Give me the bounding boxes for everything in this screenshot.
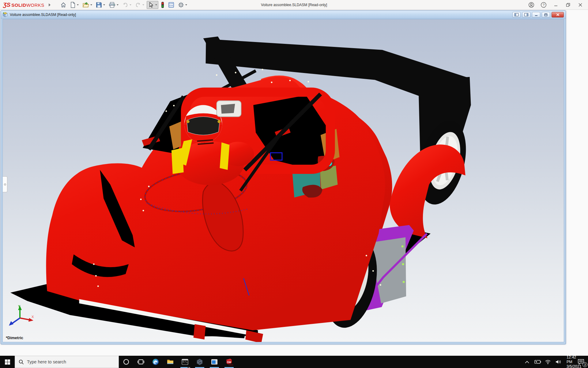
- document-window: Voiture assomblee.SLDASM [Read-only]: [1, 10, 566, 344]
- redo-button[interactable]: [134, 1, 145, 9]
- hexagon-app-icon: [196, 358, 203, 366]
- file-properties-button[interactable]: [167, 1, 175, 9]
- splitter-knob-icon: [4, 183, 6, 186]
- restore-icon: [566, 3, 570, 7]
- app-title-bar: ƷS SOLID WORKS: [0, 0, 588, 10]
- save-dropdown[interactable]: [103, 4, 105, 6]
- document-title-bar[interactable]: Voiture assomblee.SLDASM [Read-only]: [1, 11, 566, 19]
- battery-charging-icon: [534, 360, 541, 364]
- battery-button[interactable]: [532, 356, 543, 368]
- home-icon: [60, 2, 66, 8]
- new-document-dropdown[interactable]: [77, 4, 79, 6]
- windows-logo-icon: [5, 359, 10, 365]
- open-button[interactable]: [81, 1, 93, 9]
- undo-dropdown[interactable]: [130, 4, 131, 6]
- document-title: Voiture assomblee.SLDASM [Read-only]: [10, 13, 76, 17]
- app-title: Voiture assomblee.SLDASM [Read-only]: [261, 3, 327, 7]
- solidworks-2021-icon: SW 2021: [225, 358, 233, 366]
- triad-y-label: Y: [18, 305, 21, 308]
- doc-minimize-icon: [535, 13, 538, 16]
- svg-text:?: ?: [543, 3, 545, 7]
- save-button[interactable]: [95, 1, 106, 9]
- graphics-viewport[interactable]: Y X *Dimetric: [2, 19, 564, 342]
- wifi-button[interactable]: [543, 356, 553, 368]
- restore-button[interactable]: [563, 1, 573, 9]
- minimize-icon: [554, 3, 558, 7]
- cortana-icon: [123, 358, 130, 365]
- task-view-icon: [138, 358, 144, 365]
- sw-icon-year: 2021: [228, 364, 233, 366]
- 3d-model-voiture[interactable]: [3, 19, 564, 342]
- assembly-icon: [2, 12, 8, 17]
- select-arrow-icon: [148, 2, 154, 8]
- doc-close-button[interactable]: [552, 12, 564, 17]
- open-icon: [82, 2, 89, 8]
- view-orientation-label: *Dimetric: [6, 335, 23, 340]
- save-icon: [96, 2, 102, 8]
- interference-lights-button[interactable]: [160, 1, 166, 9]
- open-dropdown[interactable]: [90, 4, 92, 6]
- print-dropdown[interactable]: [117, 4, 119, 6]
- menu-flyout-arrow[interactable]: [49, 3, 51, 6]
- doc-restore-button[interactable]: [542, 12, 550, 17]
- pane-right-button[interactable]: [522, 12, 530, 17]
- feature-manager-collapsed-tab[interactable]: [3, 176, 7, 192]
- help-icon: ?: [541, 2, 547, 8]
- mdi-workspace: Voiture assomblee.SLDASM [Read-only]: [0, 10, 588, 356]
- search-icon: [19, 359, 24, 365]
- taskbar-app-solidworks[interactable]: SW 2021: [222, 356, 236, 368]
- hidden-icons-button[interactable]: [522, 356, 532, 368]
- cmd-glyph: C:\_: [183, 361, 188, 363]
- taskbar-app-edge[interactable]: [148, 356, 163, 368]
- close-button[interactable]: [575, 1, 586, 9]
- traffic-light-icon: [161, 2, 164, 8]
- taskbar-app-command-prompt[interactable]: C:\_: [178, 356, 192, 368]
- new-document-icon: [70, 2, 76, 8]
- taskbar-app-file-explorer[interactable]: [163, 356, 178, 368]
- account-button[interactable]: [526, 1, 537, 9]
- options-dropdown[interactable]: [185, 4, 187, 6]
- doc-restore-icon: [544, 13, 548, 16]
- pane-left-button[interactable]: [512, 12, 521, 17]
- sw-icon-text: SW: [227, 361, 232, 364]
- search-input[interactable]: [27, 359, 110, 364]
- gear-icon: [178, 2, 184, 8]
- rear-view-mirror: [217, 101, 241, 117]
- blue-window-app-icon: [211, 358, 218, 366]
- minimize-button[interactable]: [551, 1, 561, 9]
- redo-icon: [135, 2, 141, 8]
- solidworks-logo-glyph: ƷS: [3, 2, 10, 8]
- speaker-icon: [555, 359, 561, 364]
- print-icon: [109, 2, 115, 8]
- quick-access-toolbar: [59, 1, 188, 9]
- wifi-icon: [545, 359, 551, 364]
- action-center-button[interactable]: 3: [574, 356, 588, 368]
- file-properties-icon: [168, 2, 174, 8]
- pane-right-icon: [524, 13, 528, 16]
- doc-minimize-button[interactable]: [532, 12, 540, 17]
- taskbar-clock[interactable]: 12:42 PM 3/5/2021: [564, 356, 574, 368]
- taskbar-app-hexagon[interactable]: [192, 356, 207, 368]
- triad-x-label: X: [32, 315, 34, 319]
- home-button[interactable]: [59, 1, 68, 9]
- options-button[interactable]: [177, 1, 188, 9]
- file-explorer-icon: [167, 358, 174, 366]
- select-button[interactable]: [147, 1, 158, 9]
- print-button[interactable]: [107, 1, 120, 9]
- undo-button[interactable]: [121, 1, 133, 9]
- taskbar-search[interactable]: [15, 356, 119, 368]
- taskbar-app-blue-window[interactable]: [207, 356, 222, 368]
- volume-button[interactable]: [553, 356, 564, 368]
- orientation-triad: Y X: [5, 305, 35, 330]
- task-view-button[interactable]: [134, 356, 148, 368]
- help-button[interactable]: ?: [538, 1, 549, 9]
- redo-dropdown[interactable]: [142, 4, 144, 6]
- select-dropdown[interactable]: [155, 4, 157, 6]
- cortana-button[interactable]: [119, 356, 134, 368]
- new-document-button[interactable]: [69, 1, 80, 9]
- windows-taskbar: C:\_ SW 2021: [0, 356, 588, 368]
- command-prompt-icon: C:\_: [181, 358, 189, 366]
- doc-close-icon: [556, 13, 560, 16]
- notification-badge: 3: [582, 362, 587, 367]
- start-button[interactable]: [0, 356, 15, 368]
